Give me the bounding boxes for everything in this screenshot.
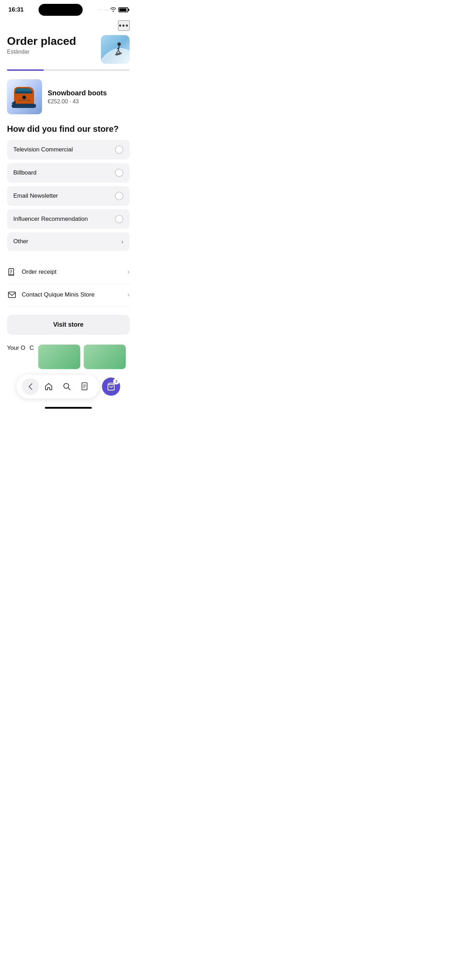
action-item-contact[interactable]: Contact Quique Minis Store › — [7, 283, 130, 306]
survey-option-email-radio[interactable] — [115, 192, 123, 200]
visit-store-button[interactable]: Visit store — [7, 315, 130, 335]
visit-store-container: Visit store — [0, 309, 137, 340]
action-label-receipt: Order receipt — [22, 269, 56, 275]
wifi-icon — [110, 7, 116, 13]
survey-option-billboard-radio[interactable] — [115, 169, 123, 177]
cart-button[interactable]: 3 — [102, 377, 120, 396]
order-subtitle: Estándar — [7, 49, 76, 55]
action-item-receipt[interactable]: Order receipt › — [7, 261, 130, 283]
header-image — [101, 35, 130, 64]
action-left-receipt: Order receipt — [7, 267, 56, 277]
survey-question: How did you find our store? — [7, 124, 130, 134]
search-button[interactable] — [59, 378, 75, 395]
top-bar: ••• — [0, 18, 137, 33]
survey-option-other[interactable]: Other › — [7, 232, 130, 251]
survey-option-email-label: Email Newsletter — [13, 192, 58, 199]
receipt-icon — [7, 267, 17, 277]
survey-option-email[interactable]: Email Newsletter — [7, 186, 130, 206]
svg-point-9 — [23, 96, 25, 99]
survey-options: Television Commercial Billboard Email Ne… — [7, 140, 130, 251]
peek-card-1 — [38, 345, 80, 369]
bottom-peek-section: Your O C — [0, 340, 137, 372]
survey-option-influencer[interactable]: Influencer Recommendation — [7, 209, 130, 229]
back-button[interactable] — [22, 378, 39, 395]
product-details: €252.00 · 43 — [48, 99, 107, 105]
status-bar: 16:31 — [0, 0, 137, 18]
svg-point-1 — [118, 42, 121, 46]
action-left-contact: Contact Quique Minis Store — [7, 290, 95, 300]
peek-card-2 — [84, 345, 126, 369]
cart-badge: 3 — [113, 378, 119, 385]
survey-option-influencer-radio[interactable] — [115, 215, 123, 223]
survey-option-tv-label: Television Commercial — [13, 146, 73, 153]
peek-cards — [38, 345, 126, 372]
svg-rect-7 — [11, 104, 36, 108]
survey-option-billboard-label: Billboard — [13, 169, 37, 176]
product-image — [7, 79, 42, 114]
survey-option-tv-radio[interactable] — [115, 145, 123, 154]
survey-option-billboard[interactable]: Billboard — [7, 163, 130, 183]
progress-container — [0, 64, 137, 71]
svg-rect-16 — [8, 292, 16, 298]
page-title: Order placed — [7, 35, 76, 47]
status-time: 16:31 — [8, 6, 24, 13]
battery-icon — [118, 7, 128, 12]
dynamic-island — [38, 4, 83, 16]
survey-option-influencer-label: Influencer Recommendation — [13, 216, 88, 223]
bottom-navigation: 3 — [0, 372, 137, 404]
more-button[interactable]: ••• — [118, 20, 130, 31]
peek-text: Your O — [7, 345, 25, 352]
survey-section: How did you find our store? Television C… — [0, 121, 137, 258]
svg-line-18 — [68, 388, 70, 390]
email-icon — [7, 290, 17, 300]
survey-option-other-label: Other — [13, 238, 29, 245]
status-icons — [98, 7, 128, 13]
receipt-nav-button[interactable] — [77, 378, 94, 395]
survey-option-tv[interactable]: Television Commercial — [7, 140, 130, 159]
header-left: Order placed Estándar — [7, 35, 76, 55]
nav-pill — [16, 375, 99, 399]
action-chevron-receipt: › — [127, 268, 130, 275]
signal-icon — [98, 9, 108, 11]
action-label-contact: Contact Quique Minis Store — [22, 291, 95, 298]
svg-rect-11 — [15, 91, 33, 94]
action-list: Order receipt › Contact Quique Minis Sto… — [0, 258, 137, 309]
product-name: Snowboard boots — [48, 89, 107, 97]
survey-option-other-chevron: › — [121, 238, 123, 245]
action-chevron-contact: › — [127, 291, 130, 298]
peek-c-text: C — [29, 345, 33, 352]
product-section: Snowboard boots €252.00 · 43 — [0, 71, 137, 121]
home-button[interactable] — [40, 378, 57, 395]
header: Order placed Estándar — [0, 33, 137, 64]
product-info: Snowboard boots €252.00 · 43 — [48, 89, 107, 105]
home-indicator — [45, 407, 92, 409]
